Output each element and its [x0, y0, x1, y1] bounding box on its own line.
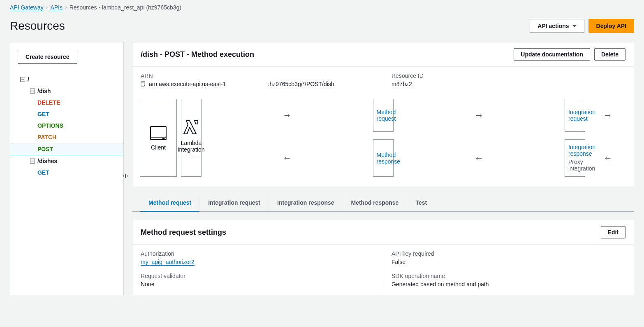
breadcrumb: API Gateway › APIs › Resources - lambda_… — [0, 0, 644, 13]
tree-method-options[interactable]: OPTIONS — [10, 120, 123, 131]
integration-request-box[interactable]: Integration request — [565, 99, 585, 132]
create-resource-button[interactable]: Create resource — [18, 50, 77, 64]
tree-method-patch[interactable]: PATCH — [10, 131, 123, 143]
settings-heading: Method request settings — [141, 228, 226, 237]
chevron-right-icon: › — [46, 4, 48, 11]
sdk-label: SDK operation name — [391, 273, 625, 279]
lambda-icon — [182, 118, 200, 136]
resources-sidebar: Create resource / /dish DELETE GET OPTIO… — [10, 42, 124, 295]
tab-method-request[interactable]: Method request — [140, 194, 199, 212]
authorization-label: Authorization — [141, 250, 375, 257]
method-execution-title: /dish - POST - Method execution — [141, 50, 254, 59]
method-label: PATCH — [37, 134, 56, 140]
flow-client-box: Client — [140, 99, 177, 177]
copy-icon[interactable] — [141, 81, 146, 87]
arrow-right-icon: → — [206, 99, 369, 132]
svg-rect-1 — [141, 82, 144, 86]
validator-value: None — [141, 281, 375, 287]
svg-rect-4 — [162, 138, 164, 139]
tree-method-get[interactable]: GET — [10, 108, 123, 120]
chevron-right-icon: › — [65, 4, 67, 11]
caret-down-icon — [572, 25, 577, 27]
arn-label: ARN — [141, 72, 375, 79]
authorization-link[interactable]: my_apig_authorizer2 — [141, 259, 195, 265]
resource-id-value: m87bz2 — [391, 81, 625, 87]
collapse-icon[interactable] — [20, 77, 25, 82]
api-key-label: API key required — [391, 250, 625, 257]
method-label: DELETE — [37, 99, 60, 106]
tree-dishes[interactable]: /dishes — [10, 155, 123, 167]
tree-label: /dish — [37, 88, 51, 94]
flow-lambda-box[interactable]: Lambda integration — [181, 99, 202, 177]
deploy-api-button[interactable]: Deploy API — [588, 19, 634, 33]
tree-label: /dishes — [37, 158, 57, 164]
tree-dish[interactable]: /dish — [10, 85, 123, 97]
edit-button[interactable]: Edit — [601, 226, 625, 238]
arrow-right-icon: → — [398, 99, 561, 132]
integration-response-box[interactable]: Integration response Proxy integration — [565, 139, 585, 177]
api-actions-label: API actions — [537, 22, 569, 30]
collapse-icon[interactable] — [30, 159, 35, 164]
arn-text-2: :hz9765cb3g/*/POST/dish — [268, 81, 334, 87]
sdk-value: Generated based on method and path — [391, 281, 625, 287]
tree-method-post[interactable]: POST — [10, 143, 123, 155]
tabs-bar: Method request Integration request Integ… — [132, 194, 634, 212]
resource-id-label: Resource ID — [391, 72, 625, 79]
api-actions-dropdown[interactable]: API actions — [530, 19, 584, 33]
method-request-box[interactable]: Method request — [373, 99, 394, 132]
breadcrumb-current: Resources - lambda_rest_api (hz9765cb3g) — [69, 4, 181, 11]
client-icon — [149, 125, 167, 141]
lambda-label: Lambda integration — [178, 140, 204, 153]
dashed-line — [179, 157, 204, 157]
arrow-left-icon: ← — [589, 139, 626, 177]
tree-label: / — [28, 76, 29, 83]
client-label: Client — [151, 144, 166, 151]
breadcrumb-apis[interactable]: APIs — [50, 4, 63, 11]
flow-box-title: Method request — [377, 109, 396, 122]
tab-integration-response[interactable]: Integration response — [269, 194, 342, 211]
method-label: GET — [37, 169, 49, 176]
method-label: OPTIONS — [37, 122, 63, 129]
update-documentation-button[interactable]: Update documentation — [514, 48, 590, 61]
arrow-left-icon: ← — [206, 139, 369, 177]
method-label: POST — [37, 146, 53, 152]
tab-test[interactable]: Test — [407, 194, 435, 211]
tab-integration-request[interactable]: Integration request — [199, 194, 269, 211]
flow-box-title: Method response — [377, 152, 401, 165]
api-key-value: False — [391, 259, 625, 265]
resource-tree: / /dish DELETE GET OPTIONS PATCH POST /d… — [10, 71, 123, 188]
validator-label: Request validator — [141, 273, 375, 279]
method-request-settings-panel: Method request settings Edit Authorizati… — [132, 220, 634, 295]
tab-method-response[interactable]: Method response — [343, 194, 407, 211]
collapse-icon[interactable] — [30, 89, 35, 93]
arrow-left-icon: ← — [398, 139, 561, 177]
method-response-box[interactable]: Method response — [373, 139, 394, 177]
svg-rect-2 — [151, 126, 166, 137]
panel-resize-handle[interactable] — [123, 174, 127, 178]
page-title: Resources — [10, 19, 65, 33]
delete-button[interactable]: Delete — [594, 48, 625, 61]
tree-root[interactable]: / — [10, 74, 123, 85]
breadcrumb-root[interactable]: API Gateway — [10, 4, 44, 11]
arn-text-1: arn:aws:execute-api:us-east-1 — [149, 81, 226, 87]
method-label: GET — [37, 111, 49, 117]
tree-method-get-dishes[interactable]: GET — [10, 167, 123, 178]
arrow-right-icon: → — [589, 99, 626, 132]
arn-value: arn:aws:execute-api:us-east-1 :hz9765cb3… — [141, 81, 375, 87]
method-execution-panel: /dish - POST - Method execution Update d… — [132, 42, 634, 186]
tree-method-delete[interactable]: DELETE — [10, 97, 123, 108]
